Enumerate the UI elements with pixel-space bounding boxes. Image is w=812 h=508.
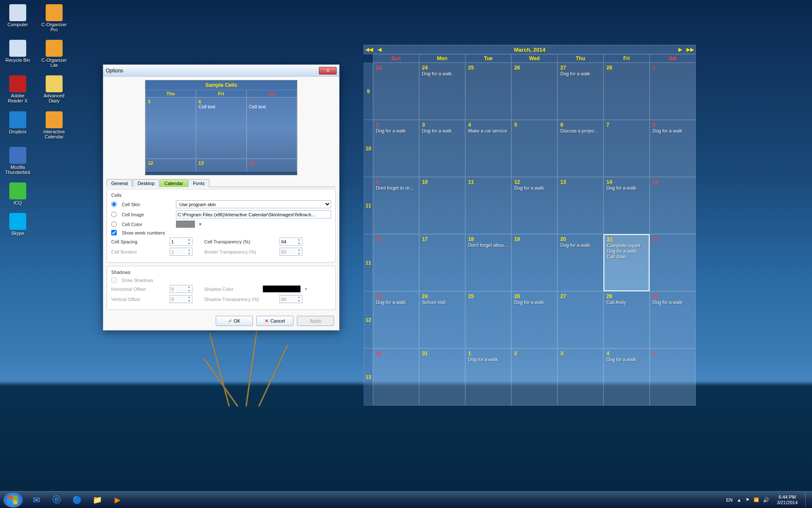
desktop-icon-mozilla-thunderbird[interactable]: Mozilla Thunderbird — [4, 147, 31, 175]
calendar-cell[interactable]: 9Dont forget to re... — [373, 177, 419, 234]
next-month-button[interactable]: ▶ — [675, 47, 685, 52]
desktop-calendar: ◀◀ ◀ March, 2014 ▶ ▶▶ SunMonTueWedThuFri… — [364, 45, 696, 406]
cell-image-radio[interactable] — [111, 212, 117, 217]
calendar-cell[interactable]: 3 — [557, 348, 604, 406]
shadow-color-label: Shadow Color — [204, 287, 259, 292]
tab-bar: GeneralDesktopCalendarFonts — [107, 179, 336, 187]
calendar-body: 92324Dog for a walk252627Dog for a walk2… — [364, 63, 696, 406]
tray-network-icon[interactable]: 📶 — [754, 497, 759, 502]
calendar-cell[interactable]: 20Dog for a walk — [557, 234, 604, 291]
calendar-day-header: Mon — [419, 54, 465, 63]
calendar-cell[interactable]: 14Dog for a walk — [604, 177, 650, 234]
calendar-cell[interactable]: 22 — [650, 234, 696, 291]
cell-trans-spinner[interactable]: ▲▼ — [280, 237, 302, 246]
prev-month-button[interactable]: ◀ — [374, 47, 384, 52]
system-tray[interactable]: EN ▲ ⚑ 📶 🔊 6:44 PM 3/21/2014 — [726, 492, 809, 508]
tray-flag2-icon[interactable]: ⚑ — [746, 497, 749, 502]
calendar-cell[interactable]: 1 — [650, 63, 696, 120]
cell-color-radio[interactable] — [111, 221, 117, 227]
calendar-cell[interactable]: 5 — [511, 120, 557, 177]
desktop-icon-recycle-bin[interactable]: Recycle Bin — [4, 40, 31, 68]
desktop-icon-skype[interactable]: Skype — [4, 213, 31, 236]
calendar-cell[interactable]: 29Dog for a walk — [650, 291, 696, 348]
calendar-cell[interactable]: 16 — [373, 234, 419, 291]
calendar-cell[interactable]: 2 — [511, 348, 557, 406]
calendar-cell[interactable]: 17 — [419, 234, 465, 291]
desktop-icon-icq[interactable]: ICQ — [4, 182, 31, 205]
desktop-icon-dropbox[interactable]: Dropbox — [4, 111, 31, 139]
calendar-cell[interactable]: 8Dog for a walk — [650, 120, 696, 177]
calendar-cell[interactable]: 30 — [373, 348, 419, 406]
show-week-checkbox[interactable] — [111, 230, 117, 235]
tab-calendar[interactable]: Calendar — [160, 179, 188, 187]
calendar-cell[interactable]: 27Dog for a walk — [557, 63, 604, 120]
calendar-cell[interactable]: 7 — [604, 120, 650, 177]
calendar-cell[interactable]: 25 — [465, 291, 511, 348]
desktop-icon-interactive-calendar[interactable]: Interactive Calendar — [41, 111, 68, 139]
week-number: 12 — [364, 291, 373, 348]
taskbar-chrome-icon[interactable]: 🔵 — [67, 493, 87, 507]
calendar-cell[interactable]: 28 — [604, 63, 650, 120]
calendar-cell[interactable]: 28Call Andy — [604, 291, 650, 348]
calendar-cell[interactable]: 13 — [557, 177, 604, 234]
calendar-cell[interactable]: 24School visit — [419, 291, 465, 348]
desktop-icon-computer[interactable]: Computer — [4, 4, 31, 32]
tab-general[interactable]: General — [107, 179, 132, 187]
calendar-cell[interactable]: 23Dog for a walk — [373, 291, 419, 348]
svg-rect-1 — [14, 496, 17, 500]
taskbar-clock[interactable]: 6:44 PM 3/21/2014 — [774, 494, 801, 505]
calendar-cell[interactable]: 27 — [557, 291, 604, 348]
calendar-cell[interactable]: 19 — [511, 234, 557, 291]
dialog-titlebar[interactable]: Options ✕ — [103, 65, 339, 77]
calendar-cell[interactable]: 18Don't forget abou... — [465, 234, 511, 291]
cancel-button[interactable]: ✕Cancel — [256, 316, 294, 326]
calendar-cell[interactable]: 2Dog for a walk — [373, 120, 419, 177]
language-indicator[interactable]: EN — [726, 497, 732, 502]
tab-desktop[interactable]: Desktop — [133, 179, 159, 187]
calendar-cell[interactable]: 23 — [373, 63, 419, 120]
preview-cell: 13 — [196, 159, 246, 171]
close-button[interactable]: ✕ — [319, 67, 337, 75]
tray-volume-icon[interactable]: 🔊 — [763, 497, 769, 503]
preview-cell: 7Cell text — [247, 97, 297, 159]
prev-year-button[interactable]: ◀◀ — [364, 47, 374, 52]
calendar-cell[interactable]: 4Dog for a walk — [604, 348, 650, 406]
cell-skin-select[interactable]: Use program skin — [176, 200, 331, 208]
show-desktop-button[interactable] — [805, 492, 809, 508]
calendar-cell[interactable]: 26Dog for a walk — [511, 291, 557, 348]
taskbar-ie-icon[interactable]: ⓔ — [47, 493, 67, 507]
cell-image-input[interactable] — [176, 210, 331, 218]
calendar-cell[interactable]: 10 — [419, 177, 465, 234]
next-year-button[interactable]: ▶▶ — [685, 47, 695, 52]
tray-flag-icon[interactable]: ▲ — [737, 497, 741, 502]
calendar-cell[interactable]: 1Dog for a walk — [465, 348, 511, 406]
desktop-icon-c-organizer-pro[interactable]: C-Organizer Pro — [41, 4, 68, 32]
taskbar-thunderbird-icon[interactable]: ✉ — [26, 493, 47, 507]
calendar-cell[interactable]: 11 — [465, 177, 511, 234]
cell-skin-radio[interactable] — [111, 202, 117, 207]
preview-cell: 6Cell text — [196, 97, 246, 159]
calendar-cell[interactable]: 26 — [511, 63, 557, 120]
dialog-buttons: ✓OK ✕Cancel Apply — [107, 313, 336, 327]
calendar-cell[interactable]: 31 — [419, 348, 465, 406]
preview-day-header: Fri — [196, 90, 246, 97]
cell-color-swatch[interactable] — [176, 221, 195, 228]
taskbar-media-icon[interactable]: ▶ — [107, 493, 128, 507]
calendar-cell[interactable]: 5 — [650, 348, 696, 406]
desktop-icon-adobe-reader-x[interactable]: Adobe Reader X — [4, 75, 31, 103]
desktop-icon-c-organizer-lite[interactable]: C-Organizer Lite — [41, 40, 68, 68]
calendar-cell[interactable]: 24Dog for a walk — [419, 63, 465, 120]
calendar-cell[interactable]: 12Dog for a walk — [511, 177, 557, 234]
calendar-cell[interactable]: 25 — [465, 63, 511, 120]
calendar-cell[interactable]: 6Discuss a projec... — [557, 120, 604, 177]
taskbar-explorer-icon[interactable]: 📁 — [87, 493, 107, 507]
calendar-cell[interactable]: 21Complete reportDog for a walkCall Joan — [604, 234, 650, 291]
calendar-cell[interactable]: 15 — [650, 177, 696, 234]
desktop-icon-advanced-diary[interactable]: Advanced Diary — [41, 75, 68, 103]
calendar-cell[interactable]: 4Make a car service — [465, 120, 511, 177]
tab-fonts[interactable]: Fonts — [188, 179, 209, 187]
ok-button[interactable]: ✓OK — [216, 316, 253, 326]
calendar-cell[interactable]: 3Dog for a walk — [419, 120, 465, 177]
start-button[interactable] — [3, 492, 23, 508]
cell-spacing-spinner[interactable]: ▲▼ — [170, 237, 192, 246]
